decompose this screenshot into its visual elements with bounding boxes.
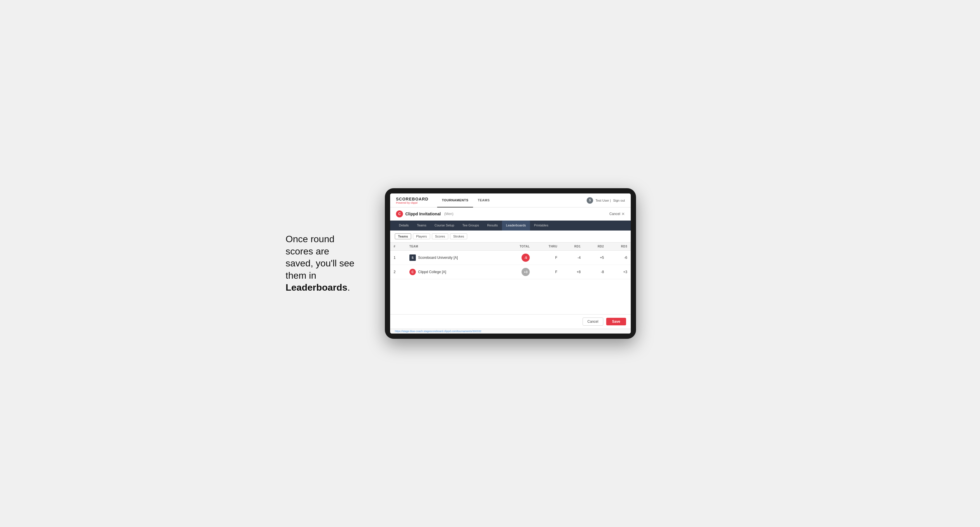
top-nav-right: S Test User | Sign out — [587, 197, 625, 204]
side-text-line1: Once round — [286, 234, 334, 244]
bottom-bar: Cancel Save — [390, 314, 631, 329]
tab-results[interactable]: Results — [483, 221, 502, 230]
side-text: Once round scores are saved, you'll see … — [286, 233, 368, 294]
tab-teams[interactable]: Teams — [413, 221, 430, 230]
table-header-row: # TEAM TOTAL THRU RD1 RD2 RD3 — [390, 243, 631, 251]
team-name-text: Clippd College [A] — [418, 270, 446, 274]
tab-course-setup[interactable]: Course Setup — [430, 221, 458, 230]
nav-teams[interactable]: TEAMS — [473, 194, 495, 208]
cell-rd3: -6 — [608, 251, 631, 265]
filter-bar: Teams Players Scores Strokes — [390, 230, 631, 243]
team-logo-icon: C — [409, 269, 416, 275]
side-text-line5: Leaderboards — [286, 282, 347, 293]
filter-players[interactable]: Players — [413, 233, 430, 239]
cell-rank: 2 — [390, 265, 406, 279]
top-nav-links: TOURNAMENTS TEAMS — [437, 194, 587, 208]
cell-rd2: +5 — [584, 251, 608, 265]
cell-rd1: +8 — [561, 265, 584, 279]
sub-nav: Details Teams Course Setup Tee Groups Re… — [390, 221, 631, 230]
empty-area — [390, 279, 631, 314]
score-badge: +3 — [522, 268, 530, 276]
tab-details[interactable]: Details — [395, 221, 413, 230]
nav-tournaments[interactable]: TOURNAMENTS — [437, 194, 473, 208]
cancel-button[interactable]: Cancel — [582, 317, 603, 325]
team-logo-icon: S — [409, 254, 416, 261]
side-text-line2: scores are — [286, 246, 329, 257]
col-rank: # — [390, 243, 406, 251]
tab-printables[interactable]: Printables — [530, 221, 552, 230]
side-text-line4: them in — [286, 270, 316, 281]
sign-out-link[interactable]: Sign out — [613, 199, 625, 202]
leaderboard-table: # TEAM TOTAL THRU RD1 RD2 RD3 1 S Scoreb… — [390, 243, 631, 279]
cell-thru: F — [533, 265, 561, 279]
side-text-line3: saved, you'll see — [286, 258, 355, 268]
cell-total: -5 — [503, 251, 533, 265]
top-nav: SCOREBOARD Powered by clippd TOURNAMENTS… — [390, 194, 631, 208]
tab-leaderboards[interactable]: Leaderboards — [502, 221, 530, 230]
tournament-subtitle: (Men) — [444, 212, 453, 216]
cell-rd1: -4 — [561, 251, 584, 265]
filter-scores[interactable]: Scores — [432, 233, 448, 239]
tournament-name: Clippd Invitational — [405, 211, 441, 216]
url-text: https://stage-blue-coach.stagescoreboard… — [395, 330, 481, 333]
col-rd2: RD2 — [584, 243, 608, 251]
logo-area: SCOREBOARD Powered by clippd — [396, 197, 428, 204]
cancel-x-icon: ✕ — [621, 211, 625, 216]
col-team: TEAM — [406, 243, 503, 251]
cell-rank: 1 — [390, 251, 406, 265]
cell-total: +3 — [503, 265, 533, 279]
tab-tee-groups[interactable]: Tee Groups — [458, 221, 483, 230]
col-thru: THRU — [533, 243, 561, 251]
col-rd3: RD3 — [608, 243, 631, 251]
save-button[interactable]: Save — [606, 318, 626, 325]
cell-thru: F — [533, 251, 561, 265]
tablet-device: SCOREBOARD Powered by clippd TOURNAMENTS… — [385, 188, 636, 339]
tablet-screen: SCOREBOARD Powered by clippd TOURNAMENTS… — [390, 194, 631, 333]
filter-strokes[interactable]: Strokes — [450, 233, 467, 239]
score-badge: -5 — [522, 254, 530, 262]
tournament-title-area: C Clippd Invitational (Men) — [396, 210, 453, 217]
table-row: 2 C Clippd College [A] +3 F +8 -8 +3 — [390, 265, 631, 279]
logo-title: SCOREBOARD — [396, 197, 428, 202]
tournament-header: C Clippd Invitational (Men) Cancel ✕ — [390, 208, 631, 221]
col-rd1: RD1 — [561, 243, 584, 251]
page-wrapper: Once round scores are saved, you'll see … — [286, 188, 694, 339]
filter-teams[interactable]: Teams — [395, 233, 411, 239]
table-row: 1 S Scoreboard University [A] -5 F -4 +5… — [390, 251, 631, 265]
col-total: TOTAL — [503, 243, 533, 251]
logo-sub: Powered by clippd — [396, 202, 428, 204]
cell-rd3: +3 — [608, 265, 631, 279]
team-name-text: Scoreboard University [A] — [418, 256, 458, 260]
cell-team: S Scoreboard University [A] — [406, 251, 503, 265]
tournament-icon: C — [396, 210, 403, 217]
tournament-cancel-btn[interactable]: Cancel ✕ — [609, 211, 625, 216]
cell-team: C Clippd College [A] — [406, 265, 503, 279]
url-bar: https://stage-blue-coach.stagescoreboard… — [390, 329, 631, 333]
user-avatar: S — [587, 197, 593, 204]
cell-rd2: -8 — [584, 265, 608, 279]
user-name: Test User | — [595, 199, 611, 202]
